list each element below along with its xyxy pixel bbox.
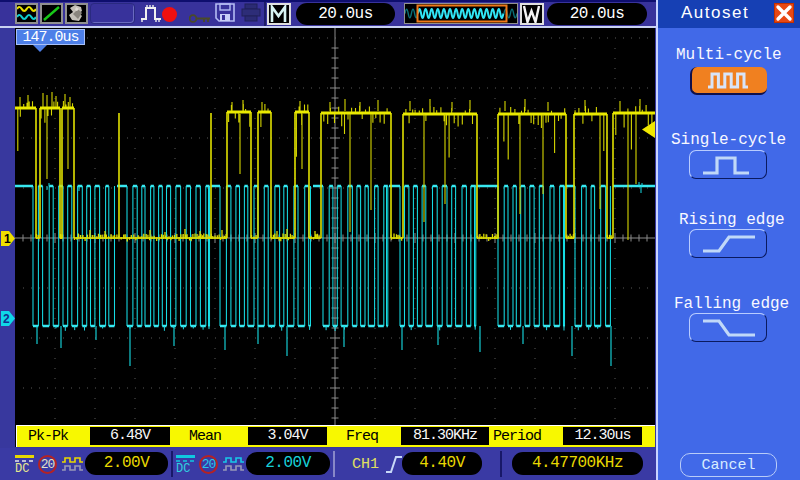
svg-text:2: 2 <box>3 312 10 326</box>
svg-text:DC: DC <box>176 462 190 473</box>
svg-text:DC: DC <box>15 462 29 473</box>
svg-text:1: 1 <box>4 232 11 246</box>
